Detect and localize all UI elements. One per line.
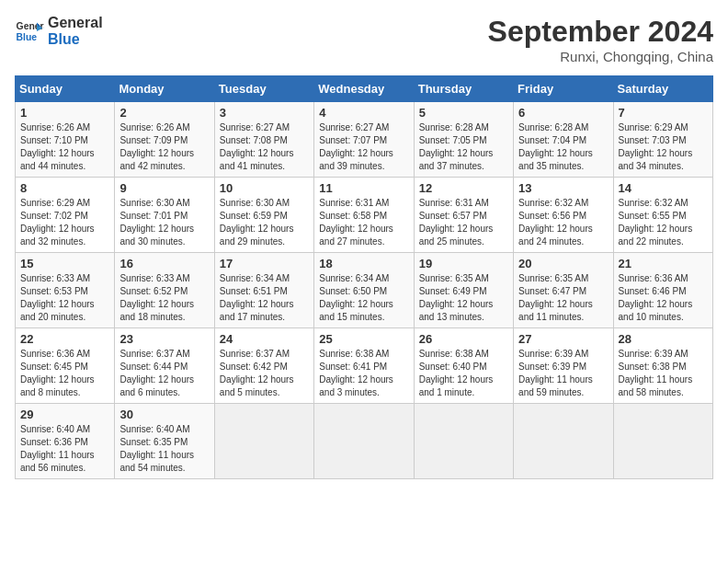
header-sunday: Sunday bbox=[16, 76, 115, 102]
header-thursday: Thursday bbox=[414, 76, 513, 102]
day-info: Sunrise: 6:40 AMSunset: 6:36 PMDaylight:… bbox=[20, 423, 109, 475]
day-number: 12 bbox=[419, 181, 508, 195]
month-title: September 2024 bbox=[488, 15, 713, 49]
day-cell bbox=[514, 404, 613, 479]
day-cell: 14Sunrise: 6:32 AMSunset: 6:55 PMDayligh… bbox=[613, 178, 712, 253]
day-cell: 13Sunrise: 6:32 AMSunset: 6:56 PMDayligh… bbox=[514, 178, 613, 253]
day-number: 10 bbox=[220, 181, 309, 195]
day-cell: 4Sunrise: 6:27 AMSunset: 7:07 PMDaylight… bbox=[314, 102, 414, 178]
day-cell bbox=[214, 404, 313, 479]
day-number: 20 bbox=[518, 257, 608, 270]
header-saturday: Saturday bbox=[613, 76, 712, 102]
day-info: Sunrise: 6:27 AMSunset: 7:07 PMDaylight:… bbox=[319, 121, 408, 173]
day-number: 25 bbox=[319, 332, 408, 346]
week-row-4: 22Sunrise: 6:36 AMSunset: 6:45 PMDayligh… bbox=[16, 328, 713, 404]
day-number: 29 bbox=[20, 408, 109, 421]
header-wednesday: Wednesday bbox=[314, 76, 414, 102]
day-cell: 3Sunrise: 6:27 AMSunset: 7:08 PMDaylight… bbox=[214, 102, 313, 178]
day-cell: 12Sunrise: 6:31 AMSunset: 6:57 PMDayligh… bbox=[414, 178, 513, 253]
day-info: Sunrise: 6:38 AMSunset: 6:41 PMDaylight:… bbox=[319, 348, 408, 399]
day-number: 16 bbox=[119, 257, 209, 270]
logo-icon: General Blue bbox=[15, 17, 44, 46]
day-number: 27 bbox=[518, 332, 608, 346]
day-number: 15 bbox=[20, 257, 109, 270]
day-info: Sunrise: 6:35 AMSunset: 6:49 PMDaylight:… bbox=[419, 272, 508, 324]
day-cell: 17Sunrise: 6:34 AMSunset: 6:51 PMDayligh… bbox=[214, 253, 313, 328]
day-info: Sunrise: 6:36 AMSunset: 6:46 PMDaylight:… bbox=[619, 272, 708, 324]
header-tuesday: Tuesday bbox=[214, 76, 313, 102]
logo: General Blue General Blue bbox=[15, 15, 103, 47]
day-cell: 22Sunrise: 6:36 AMSunset: 6:45 PMDayligh… bbox=[16, 328, 115, 404]
day-number: 8 bbox=[20, 181, 109, 195]
svg-text:Blue: Blue bbox=[17, 31, 38, 41]
day-info: Sunrise: 6:27 AMSunset: 7:08 PMDaylight:… bbox=[220, 121, 309, 173]
day-info: Sunrise: 6:37 AMSunset: 6:44 PMDaylight:… bbox=[119, 348, 209, 399]
day-cell bbox=[314, 404, 414, 479]
logo-general: General bbox=[48, 15, 103, 31]
location: Runxi, Chongqing, China bbox=[488, 49, 713, 64]
day-cell: 5Sunrise: 6:28 AMSunset: 7:05 PMDaylight… bbox=[414, 102, 513, 178]
day-info: Sunrise: 6:29 AMSunset: 7:02 PMDaylight:… bbox=[20, 197, 109, 248]
day-cell: 20Sunrise: 6:35 AMSunset: 6:47 PMDayligh… bbox=[514, 253, 613, 328]
day-cell: 16Sunrise: 6:33 AMSunset: 6:52 PMDayligh… bbox=[115, 253, 214, 328]
day-number: 28 bbox=[619, 332, 708, 346]
day-number: 24 bbox=[220, 332, 309, 346]
day-info: Sunrise: 6:26 AMSunset: 7:10 PMDaylight:… bbox=[20, 121, 109, 173]
day-cell: 1Sunrise: 6:26 AMSunset: 7:10 PMDaylight… bbox=[16, 102, 115, 178]
day-info: Sunrise: 6:31 AMSunset: 6:58 PMDaylight:… bbox=[319, 197, 408, 248]
day-cell: 8Sunrise: 6:29 AMSunset: 7:02 PMDaylight… bbox=[16, 178, 115, 253]
day-number: 19 bbox=[419, 257, 508, 270]
day-info: Sunrise: 6:39 AMSunset: 6:39 PMDaylight:… bbox=[518, 348, 608, 399]
day-info: Sunrise: 6:39 AMSunset: 6:38 PMDaylight:… bbox=[619, 348, 708, 399]
day-cell: 28Sunrise: 6:39 AMSunset: 6:38 PMDayligh… bbox=[613, 328, 712, 404]
day-cell: 6Sunrise: 6:28 AMSunset: 7:04 PMDaylight… bbox=[514, 102, 613, 178]
day-info: Sunrise: 6:37 AMSunset: 6:42 PMDaylight:… bbox=[220, 348, 309, 399]
week-row-5: 29Sunrise: 6:40 AMSunset: 6:36 PMDayligh… bbox=[16, 404, 713, 479]
day-info: Sunrise: 6:29 AMSunset: 7:03 PMDaylight:… bbox=[619, 121, 708, 173]
day-info: Sunrise: 6:33 AMSunset: 6:53 PMDaylight:… bbox=[20, 272, 109, 324]
day-cell: 18Sunrise: 6:34 AMSunset: 6:50 PMDayligh… bbox=[314, 253, 414, 328]
day-info: Sunrise: 6:35 AMSunset: 6:47 PMDaylight:… bbox=[518, 272, 608, 324]
header-friday: Friday bbox=[514, 76, 613, 102]
day-number: 23 bbox=[119, 332, 209, 346]
calendar-table: SundayMondayTuesdayWednesdayThursdayFrid… bbox=[15, 75, 713, 479]
day-cell: 25Sunrise: 6:38 AMSunset: 6:41 PMDayligh… bbox=[314, 328, 414, 404]
day-info: Sunrise: 6:30 AMSunset: 6:59 PMDaylight:… bbox=[220, 197, 309, 248]
day-cell: 11Sunrise: 6:31 AMSunset: 6:58 PMDayligh… bbox=[314, 178, 414, 253]
day-cell: 26Sunrise: 6:38 AMSunset: 6:40 PMDayligh… bbox=[414, 328, 513, 404]
day-info: Sunrise: 6:31 AMSunset: 6:57 PMDaylight:… bbox=[419, 197, 508, 248]
logo-blue: Blue bbox=[48, 31, 103, 48]
day-number: 6 bbox=[518, 106, 608, 120]
week-row-1: 1Sunrise: 6:26 AMSunset: 7:10 PMDaylight… bbox=[16, 102, 713, 178]
day-number: 17 bbox=[220, 257, 309, 270]
day-cell: 10Sunrise: 6:30 AMSunset: 6:59 PMDayligh… bbox=[214, 178, 313, 253]
day-cell: 23Sunrise: 6:37 AMSunset: 6:44 PMDayligh… bbox=[115, 328, 214, 404]
day-cell: 2Sunrise: 6:26 AMSunset: 7:09 PMDaylight… bbox=[115, 102, 214, 178]
day-cell: 7Sunrise: 6:29 AMSunset: 7:03 PMDaylight… bbox=[613, 102, 712, 178]
day-info: Sunrise: 6:26 AMSunset: 7:09 PMDaylight:… bbox=[119, 121, 209, 173]
day-number: 5 bbox=[419, 106, 508, 120]
page-header: General Blue General Blue September 2024… bbox=[15, 15, 713, 64]
day-number: 26 bbox=[419, 332, 508, 346]
day-number: 14 bbox=[619, 181, 708, 195]
day-cell: 19Sunrise: 6:35 AMSunset: 6:49 PMDayligh… bbox=[414, 253, 513, 328]
day-cell: 21Sunrise: 6:36 AMSunset: 6:46 PMDayligh… bbox=[613, 253, 712, 328]
day-cell: 29Sunrise: 6:40 AMSunset: 6:36 PMDayligh… bbox=[16, 404, 115, 479]
day-info: Sunrise: 6:40 AMSunset: 6:35 PMDaylight:… bbox=[119, 423, 209, 475]
week-row-3: 15Sunrise: 6:33 AMSunset: 6:53 PMDayligh… bbox=[16, 253, 713, 328]
day-cell: 15Sunrise: 6:33 AMSunset: 6:53 PMDayligh… bbox=[16, 253, 115, 328]
day-info: Sunrise: 6:28 AMSunset: 7:04 PMDaylight:… bbox=[518, 121, 608, 173]
day-number: 30 bbox=[119, 408, 209, 421]
week-row-2: 8Sunrise: 6:29 AMSunset: 7:02 PMDaylight… bbox=[16, 178, 713, 253]
day-number: 21 bbox=[619, 257, 708, 270]
day-number: 7 bbox=[619, 106, 708, 120]
header-row: SundayMondayTuesdayWednesdayThursdayFrid… bbox=[16, 76, 713, 102]
day-cell bbox=[414, 404, 513, 479]
day-info: Sunrise: 6:33 AMSunset: 6:52 PMDaylight:… bbox=[119, 272, 209, 324]
day-number: 2 bbox=[119, 106, 209, 120]
day-cell: 9Sunrise: 6:30 AMSunset: 7:01 PMDaylight… bbox=[115, 178, 214, 253]
day-info: Sunrise: 6:38 AMSunset: 6:40 PMDaylight:… bbox=[419, 348, 508, 399]
day-info: Sunrise: 6:32 AMSunset: 6:55 PMDaylight:… bbox=[619, 197, 708, 248]
day-info: Sunrise: 6:28 AMSunset: 7:05 PMDaylight:… bbox=[419, 121, 508, 173]
day-cell bbox=[613, 404, 712, 479]
